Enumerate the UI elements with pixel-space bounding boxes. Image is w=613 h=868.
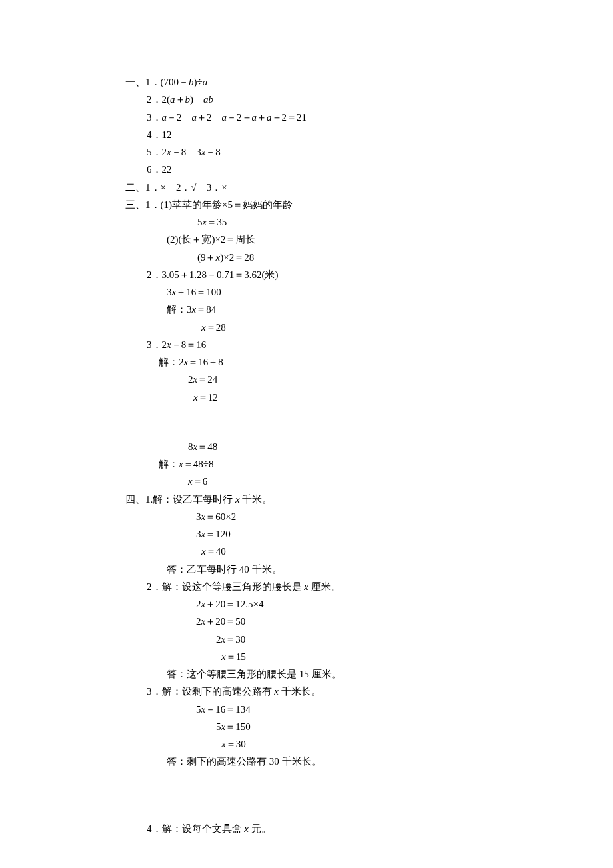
section-3-item-1-sub1-eq: 5x＝35 [125,213,613,231]
section-4-item-4-setup: 4．解：设每个文具盒 x 元。 [125,820,613,837]
section-3-item-3-line4: x＝12 [125,389,613,406]
section-4-item-3-eq2: 5x＝150 [125,718,613,735]
section-3-item-1-sub2: (2)(长＋宽)×2＝周长 [125,231,613,248]
section-4-item-2-eq2: 2x＋20＝50 [125,613,613,630]
section-3-item-2-line3: 解：3x＝84 [125,301,613,318]
section-4-item-2-eq3: 2x＝30 [125,631,613,648]
section-4-item-2-eq4: x＝15 [125,648,613,665]
section-4-item-3-eq3: x＝30 [125,735,613,753]
section-4-item-1-answer: 答：乙车每时行 40 千米。 [125,561,613,578]
section-2: 二、1．× 2．√ 3．× [125,179,613,196]
section-1-item-3: 3．a－2 a＋2 a－2＋a＋a＋2＝21 [125,109,613,126]
section-3-item-3-line3: 2x＝24 [125,371,613,388]
section-1-item-1: 一、1．(700－b)÷a [125,73,613,91]
section-3-item-2-line2: 3x＋16＝100 [125,283,613,301]
section-3-item-2-line1: 2．3.05＋1.28－0.71＝3.62(米) [125,266,613,283]
section-1-item-2: 2．2(a＋b) ab [125,91,613,108]
section-3-item-3-line5: 8x＝48 [125,438,613,455]
section-3-item-3-line1: 3．2x－8＝16 [125,336,613,353]
section-3-item-1-sub1: 三、1．(1)苹苹的年龄×5＝妈妈的年龄 [125,196,613,213]
answer-key-document: 一、1．(700－b)÷a 2．2(a＋b) ab 3．a－2 a＋2 a－2＋… [125,73,613,837]
section-3-item-3-line2: 解：2x＝16＋8 [125,353,613,371]
section-4-item-3-eq1: 5x－16＝134 [125,701,613,718]
section-3-item-3-line7: x＝6 [125,473,613,490]
section-3-item-2-line4: x＝28 [125,319,613,336]
section-4-item-2-eq1: 2x＋20＝12.5×4 [125,595,613,613]
section-1-item-6: 6．22 [125,161,613,178]
section-3-item-1-sub2-eq: (9＋x)×2＝28 [125,249,613,266]
section-4-item-2-answer: 答：这个等腰三角形的腰长是 15 厘米。 [125,665,613,683]
section-4-item-3-setup: 3．解：设剩下的高速公路有 x 千米长。 [125,683,613,700]
section-1-label: 一、 [125,77,145,87]
section-4-item-2-setup: 2．解：设这个等腰三角形的腰长是 x 厘米。 [125,578,613,595]
section-4-item-3-answer: 答：剩下的高速公路有 30 千米长。 [125,753,613,770]
section-4-item-1-eq2: 3x＝120 [125,525,613,543]
section-3-item-3-line6: 解：x＝48÷8 [125,455,613,473]
section-1-item-4: 4．12 [125,126,613,143]
section-4-item-1-eq3: x＝40 [125,543,613,560]
section-4-item-1-eq1: 3x＝60×2 [125,508,613,525]
section-4-item-1-setup: 四、1.解：设乙车每时行 x 千米。 [125,491,613,508]
section-1-item-5: 5．2x－8 3x－8 [125,143,613,161]
